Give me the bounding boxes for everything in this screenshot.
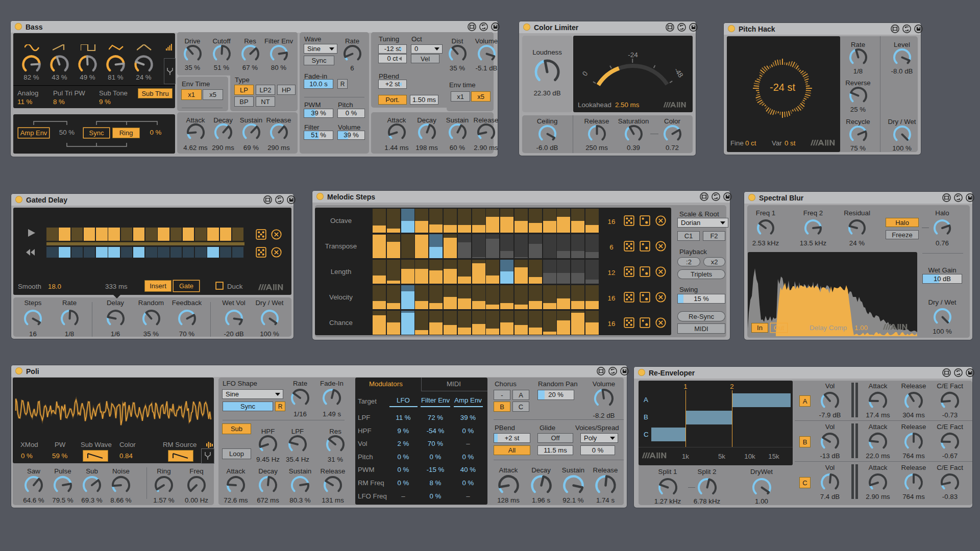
svg-text:0: 0 [581, 70, 590, 78]
svg-text:-24: -24 [628, 51, 638, 59]
svg-text:-48: -48 [673, 66, 684, 79]
